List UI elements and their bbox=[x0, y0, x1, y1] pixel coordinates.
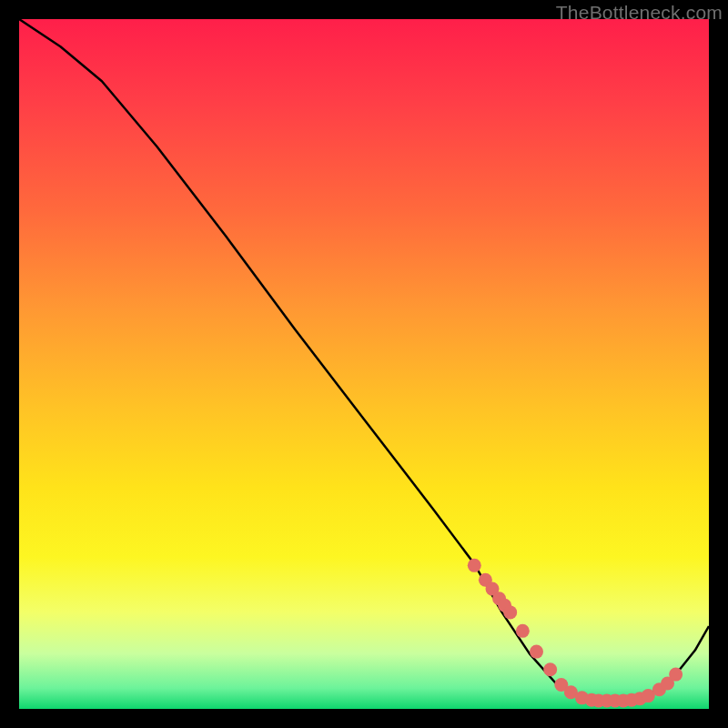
data-marker bbox=[530, 645, 543, 659]
data-marker bbox=[468, 559, 481, 572]
stage: TheBottleneck.com bbox=[0, 0, 728, 728]
curve-line bbox=[19, 19, 709, 701]
data-marker bbox=[503, 605, 517, 619]
data-marker bbox=[669, 668, 682, 682]
data-marker bbox=[516, 624, 530, 638]
chart-svg bbox=[19, 19, 709, 709]
markers-group bbox=[468, 559, 682, 708]
plot-area bbox=[19, 19, 709, 709]
data-marker bbox=[543, 662, 557, 676]
watermark-text: TheBottleneck.com bbox=[556, 2, 723, 24]
